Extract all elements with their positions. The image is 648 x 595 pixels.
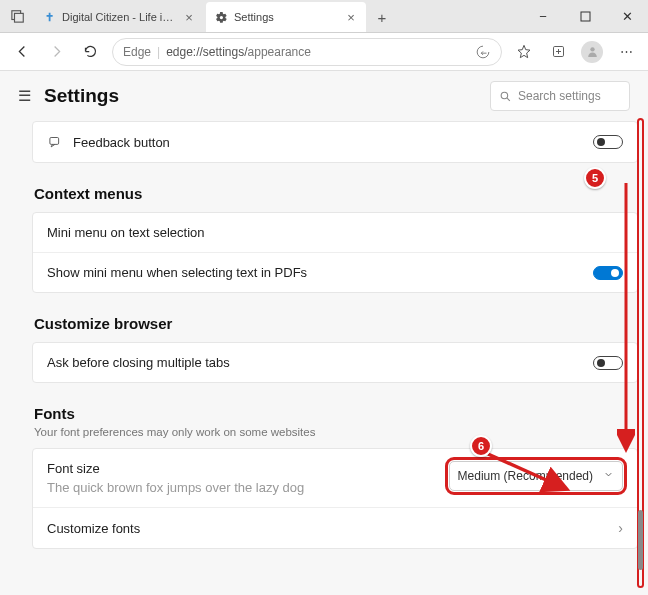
pdf-mini-menu-toggle[interactable] — [593, 266, 623, 280]
window-controls: − ✕ — [522, 0, 648, 32]
context-menus-card: Mini menu on text selection Show mini me… — [32, 212, 638, 293]
svg-rect-2 — [581, 12, 590, 21]
row-label: Show mini menu when selecting text in PD… — [47, 265, 307, 280]
feedback-card: Feedback button — [32, 121, 638, 163]
annotation-scrollbar — [634, 118, 644, 588]
new-tab-button[interactable]: + — [368, 2, 396, 32]
window-titlebar: ✝ Digital Citizen - Life in a digital w … — [0, 0, 648, 33]
feedback-icon — [47, 134, 63, 150]
search-icon — [499, 90, 512, 103]
tab-actions-icon[interactable] — [4, 0, 32, 32]
font-size-row: Font size The quick brown fox jumps over… — [33, 449, 637, 507]
settings-content: Feedback button Context menus Mini menu … — [0, 115, 648, 595]
svg-point-4 — [590, 47, 594, 51]
font-preview-text: The quick brown fox jumps over the lazy … — [47, 480, 304, 495]
read-aloud-icon[interactable] — [475, 44, 491, 60]
dropdown-value: Medium (Recommended) — [458, 469, 593, 483]
minimize-button[interactable]: − — [522, 0, 564, 33]
annotation-badge-6: 6 — [470, 435, 492, 457]
customize-fonts-row[interactable]: Customize fonts › — [33, 507, 637, 548]
row-label: Ask before closing multiple tabs — [47, 355, 230, 370]
back-button[interactable] — [6, 37, 38, 67]
close-tab-icon[interactable]: × — [344, 10, 358, 25]
feedback-button-row[interactable]: Feedback button — [33, 122, 637, 162]
chevron-right-icon: › — [618, 520, 623, 536]
customize-browser-title: Customize browser — [34, 315, 638, 332]
row-label: Customize fonts — [47, 521, 140, 536]
forward-button[interactable] — [40, 37, 72, 67]
close-window-button[interactable]: ✕ — [606, 0, 648, 33]
browser-label: Edge — [123, 45, 151, 59]
favicon-cross-icon: ✝ — [42, 10, 56, 24]
svg-rect-1 — [15, 13, 24, 22]
fonts-title: Fonts — [34, 405, 638, 422]
browser-toolbar: Edge | edge://settings/appearance ⋯ — [0, 33, 648, 71]
context-menus-title: Context menus — [34, 185, 638, 202]
page-title: Settings — [44, 85, 490, 107]
tab-digital-citizen[interactable]: ✝ Digital Citizen - Life in a digital w … — [34, 2, 204, 32]
mini-menu-row[interactable]: Mini menu on text selection — [33, 213, 637, 252]
search-settings-input[interactable]: Search settings — [490, 81, 630, 111]
fonts-card: Font size The quick brown fox jumps over… — [32, 448, 638, 549]
row-label: Feedback button — [73, 135, 170, 150]
address-bar[interactable]: Edge | edge://settings/appearance — [112, 38, 502, 66]
ask-before-closing-row[interactable]: Ask before closing multiple tabs — [33, 343, 637, 382]
tab-label: Settings — [234, 11, 338, 23]
row-label: Font size — [47, 461, 100, 476]
ask-close-tabs-toggle[interactable] — [593, 356, 623, 370]
feedback-toggle[interactable] — [593, 135, 623, 149]
tab-label: Digital Citizen - Life in a digital w — [62, 11, 176, 23]
profile-button[interactable] — [576, 37, 608, 67]
close-tab-icon[interactable]: × — [182, 10, 196, 25]
font-size-dropdown[interactable]: Medium (Recommended) — [449, 461, 623, 491]
collections-icon[interactable] — [542, 37, 574, 67]
gear-icon — [214, 10, 228, 24]
reload-button[interactable] — [74, 37, 106, 67]
more-menu-icon[interactable]: ⋯ — [610, 37, 642, 67]
scrollbar-thumb[interactable] — [638, 510, 643, 570]
row-label: Mini menu on text selection — [47, 225, 205, 240]
tab-settings[interactable]: Settings × — [206, 2, 366, 32]
search-placeholder: Search settings — [518, 89, 601, 103]
mini-menu-pdf-row[interactable]: Show mini menu when selecting text in PD… — [33, 252, 637, 292]
hamburger-icon[interactable]: ☰ — [18, 87, 44, 105]
favorites-icon[interactable] — [508, 37, 540, 67]
chevron-down-icon — [603, 469, 614, 483]
settings-header: ☰ Settings Search settings — [0, 71, 648, 115]
svg-rect-6 — [49, 137, 58, 144]
customize-browser-card: Ask before closing multiple tabs — [32, 342, 638, 383]
annotation-badge-5: 5 — [584, 167, 606, 189]
svg-point-5 — [501, 92, 508, 99]
maximize-button[interactable] — [564, 0, 606, 33]
fonts-subtitle: Your font preferences may only work on s… — [34, 426, 638, 438]
